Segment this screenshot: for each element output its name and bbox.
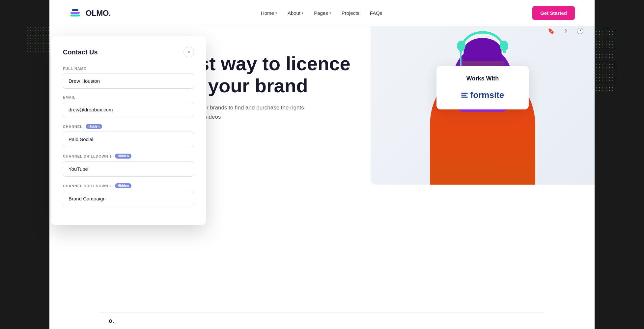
nav-link-home[interactable]: Home ▾ [261,10,277,16]
svg-rect-0 [70,15,80,16]
nav-link-pages[interactable]: Pages ▾ [314,10,331,16]
field-label-row-channel: CHANNEL Hidden [63,124,194,129]
headphone-arc [460,31,506,53]
formsite-text: formsite [470,90,504,100]
field-label-fullname: FULL NAME [63,67,86,71]
nav-link-faqs[interactable]: FAQs [370,10,382,16]
hero-icons-bar: 🔖 ✈ 🕐 [546,26,585,36]
form-group-channel: CHANNEL Hidden [63,124,194,147]
field-label-channel: CHANNEL [63,125,82,129]
form-group-channel-drilldown-2: CHANNEL DRILLDOWN 2 Hidden [63,183,194,206]
formsite-icon-line-2 [461,95,466,96]
field-label-row-drilldown2: CHANNEL DRILLDOWN 2 Hidden [63,183,194,188]
nav-item-faqs[interactable]: FAQs [370,10,382,16]
hero-person-figure [417,36,548,185]
close-button[interactable]: × [183,47,194,57]
send-icon[interactable]: ✈ [561,26,570,36]
svg-rect-2 [72,9,78,11]
field-label-row-fullname: FULL NAME [63,67,194,71]
channel-input[interactable] [63,132,194,147]
form-group-channel-drilldown-1: CHANNEL DRILLDOWN 1 Hidden [63,154,194,177]
bottom-logo-text: o. [109,317,114,324]
svg-rect-1 [70,12,80,14]
field-label-drilldown2: CHANNEL DRILLDOWN 2 [63,184,112,188]
field-label-row-drilldown1: CHANNEL DRILLDOWN 1 Hidden [63,154,194,159]
nav-link-projects[interactable]: Projects [342,10,359,16]
navbar: OLMO. Home ▾ About ▾ Pages ▾ [49,0,595,26]
chevron-down-icon: ▾ [302,11,303,15]
form-group-full-name: FULL NAME [63,67,194,89]
field-label-drilldown1: CHANNEL DRILLDOWN 1 [63,154,112,158]
contact-panel-header: Contact Us × [63,47,194,57]
logo-area[interactable]: OLMO. [69,7,111,19]
nav-item-pages[interactable]: Pages ▾ [314,10,331,16]
get-started-button[interactable]: Get Started [532,6,575,20]
headphone-right-cup [500,41,508,51]
nav-item-home[interactable]: Home ▾ [261,10,277,16]
channel-hidden-badge: Hidden [86,124,102,129]
clock-icon[interactable]: 🕐 [575,26,585,36]
works-with-title: Works With [444,75,521,82]
formsite-logo: formsite [444,90,521,100]
channel-drilldown2-input[interactable] [63,191,194,206]
bottom-bar: o. [99,313,545,329]
contact-panel: Contact Us × FULL NAME EMAIL CHANNEL Hid… [51,36,206,225]
logo-icon [69,7,81,19]
person-hat-brim [461,61,504,66]
logo-text: OLMO. [86,9,111,18]
bookmark-icon[interactable]: 🔖 [546,26,556,36]
channel-drilldown1-input[interactable] [63,161,194,177]
chevron-down-icon: ▾ [329,11,331,15]
email-input[interactable] [63,102,194,117]
works-with-card: Works With formsite [436,66,529,109]
contact-panel-title: Contact Us [63,48,98,56]
form-group-email: EMAIL [63,95,194,117]
drilldown1-hidden-badge: Hidden [115,154,131,159]
chevron-down-icon: ▾ [275,11,277,15]
nav-link-about[interactable]: About ▾ [288,10,303,16]
nav-item-projects[interactable]: Projects [342,10,359,16]
field-label-email: EMAIL [63,95,75,99]
full-name-input[interactable] [63,73,194,89]
field-label-row-email: EMAIL [63,95,194,99]
nav-links: Home ▾ About ▾ Pages ▾ Projects [261,10,382,16]
drilldown2-hidden-badge: Hidden [115,183,131,188]
nav-item-about[interactable]: About ▾ [288,10,303,16]
formsite-icon-line-1 [461,93,468,94]
formsite-icon [461,93,468,98]
formsite-icon-line-3 [461,97,468,98]
